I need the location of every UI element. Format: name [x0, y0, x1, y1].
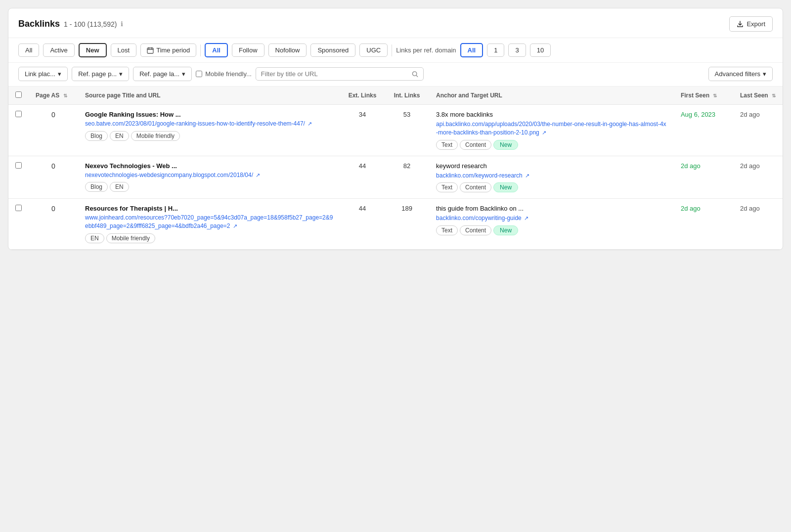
last-seen-value: 2d ago [740, 162, 760, 170]
links-per-10[interactable]: 10 [530, 44, 551, 57]
ext-links-cell: 44 [340, 199, 385, 250]
first-seen-cell: Aug 6, 2023 [674, 105, 733, 156]
table-row: 0 Google Ranking Issues: How ... seo.bat… [8, 105, 783, 156]
row-checkbox-cell[interactable] [8, 156, 29, 199]
target-url-link[interactable]: backlinko.com/copywriting-guide [436, 215, 522, 222]
int-links-cell: 53 [385, 105, 429, 156]
ext-links-cell: 44 [340, 156, 385, 199]
source-url-link[interactable]: nexevotechnologies-webdesigncompany.blog… [85, 172, 253, 178]
row-checkbox-cell[interactable] [8, 199, 29, 250]
anchor-tag: Text [436, 140, 458, 150]
last-seen-value: 2d ago [740, 111, 760, 118]
mobile-friendly-checkbox[interactable] [196, 71, 202, 77]
tag: EN [110, 131, 129, 141]
target-url-link[interactable]: api.backlinko.com/app/uploads/2020/03/th… [436, 121, 666, 136]
last-seen-cell: 2d ago [733, 199, 783, 250]
sort-icon-last: ⇅ [772, 93, 776, 98]
toolbar-row: All Active New Lost Time period All Foll… [8, 38, 783, 63]
tab-lost[interactable]: Lost [111, 44, 137, 57]
chevron-down-icon4: ▾ [763, 70, 766, 78]
mobile-friendly-filter[interactable]: Mobile friendly... [196, 70, 252, 78]
anchor-tags: TextContentNew [436, 225, 667, 235]
row-checkbox-cell[interactable] [8, 105, 29, 156]
table-row: 0 Resources for Therapists | H... www.jo… [8, 199, 783, 250]
col-last-seen[interactable]: Last Seen ⇅ [733, 87, 783, 105]
source-title: Resources for Therapists | H... [85, 205, 333, 212]
last-seen-cell: 2d ago [733, 156, 783, 199]
advanced-filters-button[interactable]: Advanced filters ▾ [708, 67, 773, 81]
ref-page-p-dropdown[interactable]: Ref. page p... ▾ [72, 67, 129, 81]
col-page-as[interactable]: Page AS ⇅ [29, 87, 78, 105]
tab-active[interactable]: Active [43, 44, 74, 57]
col-first-seen[interactable]: First Seen ⇅ [674, 87, 733, 105]
tab-new[interactable]: New [79, 43, 107, 57]
anchor-tag: Content [460, 182, 491, 192]
tag: EN [85, 233, 104, 243]
page-as-value: 0 [51, 111, 55, 119]
link-type-sponsored[interactable]: Sponsored [310, 44, 355, 57]
target-url[interactable]: backlinko.com/copywriting-guide ↗ [436, 214, 667, 222]
select-all-header[interactable] [8, 87, 29, 105]
page-as-value: 0 [51, 205, 55, 213]
anchor-text: 3.8x more backlinks [436, 111, 667, 118]
external-link-icon2: ↗ [525, 173, 529, 178]
search-input[interactable] [261, 70, 409, 78]
tag: EN [110, 182, 129, 192]
link-type-follow[interactable]: Follow [232, 44, 264, 57]
time-period-button[interactable]: Time period [140, 44, 196, 57]
target-url[interactable]: api.backlinko.com/app/uploads/2020/03/th… [436, 120, 667, 137]
link-type-all[interactable]: All [205, 43, 228, 57]
chevron-down-icon: ▾ [58, 70, 61, 78]
export-label: Export [747, 20, 765, 28]
result-count: 1 - 100 (113,592) [64, 20, 117, 28]
links-per-3[interactable]: 3 [508, 44, 526, 57]
info-icon[interactable]: ℹ [121, 20, 123, 28]
badge-new: New [493, 182, 518, 192]
anchor-tags: TextContentNew [436, 182, 667, 192]
sort-icon-first: ⇅ [713, 93, 717, 98]
tag: Blog [85, 131, 108, 141]
link-type-ugc[interactable]: UGC [359, 44, 388, 57]
source-tags: BlogENMobile friendly [85, 131, 333, 141]
divider [200, 44, 201, 56]
col-anchor: Anchor and Target URL [429, 87, 674, 105]
link-place-label: Link plac... [25, 70, 55, 78]
chevron-down-icon3: ▾ [182, 70, 185, 78]
anchor-cell: keyword research backlinko.com/keyword-r… [429, 156, 674, 199]
select-all-checkbox[interactable] [15, 91, 22, 98]
target-url[interactable]: backlinko.com/keyword-research ↗ [436, 172, 667, 180]
col-source: Source page Title and URL [78, 87, 340, 105]
export-button[interactable]: Export [729, 16, 773, 32]
source-cell: Google Ranking Issues: How ... seo.batve… [78, 105, 340, 156]
search-box[interactable] [256, 67, 424, 81]
first-seen-cell: 2d ago [674, 199, 733, 250]
first-seen-value: 2d ago [681, 162, 701, 170]
source-url-link[interactable]: seo.batve.com/2023/08/01/google-ranking-… [85, 120, 305, 127]
source-url[interactable]: www.joinheard.com/resources?70eb7020_pag… [85, 214, 333, 230]
divider2 [392, 44, 392, 56]
anchor-tag: Content [460, 140, 491, 150]
row-checkbox-2[interactable] [15, 205, 22, 211]
int-links-cell: 82 [385, 156, 429, 199]
source-url[interactable]: seo.batve.com/2023/08/01/google-ranking-… [85, 120, 333, 128]
table-row: 0 Nexevo Technologies - Web ... nexevote… [8, 156, 783, 199]
anchor-text: keyword research [436, 162, 667, 170]
target-url-link[interactable]: backlinko.com/keyword-research [436, 172, 523, 179]
external-link-icon: ↗ [308, 121, 312, 127]
source-url[interactable]: nexevotechnologies-webdesigncompany.blog… [85, 171, 333, 179]
page-title: Backlinks [18, 19, 60, 29]
tab-all[interactable]: All [18, 44, 39, 57]
link-place-dropdown[interactable]: Link plac... ▾ [18, 67, 68, 81]
first-seen-value: Aug 6, 2023 [681, 111, 715, 118]
ref-page-la-dropdown[interactable]: Ref. page la... ▾ [133, 67, 192, 81]
row-checkbox-0[interactable] [15, 111, 22, 117]
source-url-link[interactable]: www.joinheard.com/resources?70eb7020_pag… [85, 214, 333, 229]
badge-new: New [493, 225, 518, 235]
link-type-nofollow[interactable]: Nofollow [268, 44, 307, 57]
ref-page-p-label: Ref. page p... [78, 70, 117, 78]
row-checkbox-1[interactable] [15, 162, 22, 169]
last-seen-value: 2d ago [740, 205, 760, 212]
links-per-all[interactable]: All [460, 43, 483, 57]
ref-page-la-label: Ref. page la... [139, 70, 179, 78]
links-per-1[interactable]: 1 [487, 44, 504, 57]
